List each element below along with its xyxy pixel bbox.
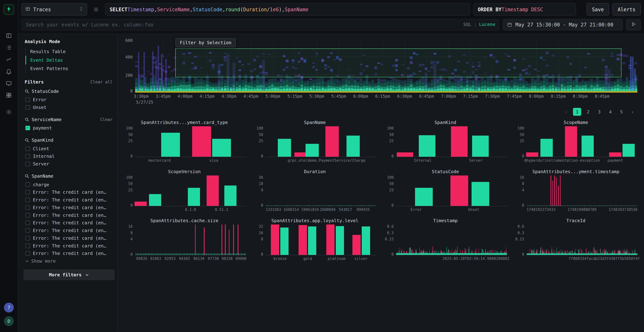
pagination-page-1[interactable]: 1	[573, 108, 581, 116]
filter-option-internal[interactable]: Internal	[25, 152, 114, 160]
clear-all-filters-button[interactable]: Clear all	[90, 80, 114, 84]
pagination-next[interactable]: ›	[628, 108, 637, 116]
chart-plot[interactable]	[396, 225, 507, 255]
checkbox[interactable]	[26, 198, 30, 202]
filter-option-unset[interactable]: Unset	[25, 104, 114, 111]
filter-group-name[interactable]: ServiceName	[32, 117, 98, 122]
analysis-mode-event-deltas[interactable]: Event Deltas	[26, 56, 114, 64]
checkbox[interactable]	[26, 220, 30, 225]
run-query-button[interactable]	[626, 19, 641, 30]
source-settings-gear-icon[interactable]	[90, 3, 102, 16]
chart-plot[interactable]	[266, 127, 376, 157]
checkbox[interactable]	[26, 244, 30, 248]
mini-chart-scopename[interactable]: ScopeName02550100@hyperdx/instrumentatio…	[514, 120, 638, 162]
filter-option-client[interactable]: Client	[25, 145, 114, 152]
settings-gear-icon[interactable]	[3, 107, 14, 118]
chart-plot[interactable]	[527, 176, 638, 206]
filter-option-error-the-credit-card-end[interactable]: Error: The credit card (end…	[25, 196, 114, 204]
filter-option-error[interactable]: Error	[25, 96, 114, 104]
monitor-icon[interactable]	[3, 78, 14, 89]
filter-by-selection-button[interactable]: Filter by Selection	[175, 38, 236, 47]
mini-chart-timestamp[interactable]: Timestamp00.150.30.62025-05-28T03:59:14.…	[384, 218, 507, 260]
mini-chart-spanattributes-cache-size[interactable]: SpanAttributes.cache.size048168983591063…	[123, 218, 246, 260]
sql-language-option[interactable]: SQL	[463, 22, 471, 27]
help-button[interactable]: ?	[4, 303, 14, 312]
checkbox[interactable]	[26, 105, 30, 110]
mini-chart-statuscode[interactable]: StatusCode02550100ErrorUnset	[384, 169, 507, 211]
chart-plot[interactable]	[396, 176, 507, 206]
checkbox[interactable]	[26, 126, 30, 130]
filter-option-error-the-credit-card-end[interactable]: Error: The credit card (end…	[25, 212, 114, 219]
chart-plot[interactable]	[135, 225, 246, 255]
checkbox[interactable]	[26, 162, 30, 166]
time-selection-rect[interactable]	[175, 48, 622, 77]
search-icon[interactable]	[25, 89, 29, 94]
chart-icon[interactable]	[3, 54, 14, 65]
filter-option-payment[interactable]: payment	[25, 124, 114, 132]
source-select[interactable]: Traces	[21, 3, 87, 16]
mini-chart-scopeversion[interactable]: ScopeVersion025501000.1.00.51.1	[123, 169, 246, 211]
chart-plot[interactable]	[396, 127, 507, 157]
checkbox[interactable]	[26, 190, 30, 194]
filter-option-charge[interactable]: charge	[25, 181, 114, 188]
chart-plot[interactable]	[135, 127, 246, 157]
sql-select-editor[interactable]: SELECT Timestamp,ServiceName,StatusCode,…	[105, 3, 470, 16]
bell-icon[interactable]	[3, 66, 14, 77]
pagination-page-3[interactable]: 3	[595, 108, 604, 116]
mini-chart-traceid[interactable]: TraceId00.150.30.6ff860334facdb23d3f430f…	[514, 218, 638, 260]
chart-plot[interactable]	[527, 127, 638, 157]
checkbox[interactable]	[26, 251, 30, 256]
pagination-page-2[interactable]: 2	[584, 108, 592, 116]
mini-chart-spankind[interactable]: SpanKind02550100InternalServer	[384, 120, 507, 162]
search-input[interactable]	[21, 19, 500, 30]
alerts-button[interactable]: Alerts	[612, 3, 641, 16]
checkbox[interactable]	[26, 98, 30, 102]
search-icon[interactable]	[25, 174, 29, 178]
filter-option-error-the-credit-card-end[interactable]: Error: The credit card (end…	[25, 242, 114, 250]
logs-list-icon[interactable]	[3, 42, 14, 53]
filter-option-error-the-credit-card-end[interactable]: Error: The credit card (end…	[25, 234, 114, 242]
checkbox[interactable]	[26, 236, 30, 240]
search-icon[interactable]	[25, 138, 29, 142]
filter-group-name[interactable]: SpanKind	[32, 138, 114, 143]
sql-orderby-editor[interactable]: ORDER BY Timestamp DESC	[473, 3, 576, 16]
checkbox[interactable]	[26, 228, 30, 233]
mini-chart-spanname[interactable]: SpanName02550100grpc.oteldemo.PaymentSer…	[253, 120, 376, 162]
pagination-page-5[interactable]: 5	[617, 108, 626, 116]
histogram-plot[interactable]: Filter by Selection	[135, 38, 638, 93]
filter-option-error-the-credit-card-end[interactable]: Error: The credit card (end…	[25, 219, 114, 227]
chart-plot[interactable]	[266, 176, 376, 206]
pagination-page-4[interactable]: 4	[606, 108, 614, 116]
mini-chart-duration[interactable]: Duration09183613333631698314199618342600…	[253, 169, 376, 211]
filter-option-server[interactable]: Server	[25, 160, 114, 168]
filter-option-error-the-credit-card-end[interactable]: Error: The credit card (end…	[25, 227, 114, 234]
checkbox[interactable]	[26, 154, 30, 158]
checkbox[interactable]	[26, 213, 30, 217]
analysis-mode-results-table[interactable]: Results Table	[26, 48, 114, 56]
filter-group-name[interactable]: StatusCode	[32, 89, 114, 94]
filter-option-error-the-credit-card-end[interactable]: Error: The credit card (end…	[25, 204, 114, 212]
filter-option-error-the-credit-card-end[interactable]: Error: The credit card (end…	[25, 188, 114, 196]
mini-chart-spanattributes-yment-card-type[interactable]: SpanAttributes...yment.card_type02550100…	[123, 120, 246, 162]
chart-plot[interactable]	[266, 225, 376, 255]
mini-chart-spanattributes-app-loyalty-level[interactable]: SpanAttributes.app.loyalty.level081632br…	[253, 218, 376, 260]
search-icon[interactable]	[25, 117, 29, 122]
services-grid-icon[interactable]	[3, 90, 14, 101]
app-logo[interactable]	[4, 4, 14, 15]
date-range-picker[interactable]: May 27 15:30:00 - May 27 21:00:00	[503, 19, 622, 30]
save-button[interactable]: Save	[586, 3, 609, 16]
filter-option-error-the-credit-card-end[interactable]: Error: The credit card (end…	[25, 250, 114, 257]
clear-filter-button[interactable]: Clear	[100, 117, 114, 122]
checkbox[interactable]	[26, 146, 30, 151]
lucene-language-option[interactable]: Lucene	[479, 22, 495, 27]
chart-plot[interactable]	[527, 225, 638, 255]
filter-group-name[interactable]: SpanName	[32, 174, 114, 179]
checkbox[interactable]	[26, 205, 30, 210]
user-avatar[interactable]: D	[4, 316, 14, 326]
pagination-prev[interactable]: ‹	[562, 108, 570, 116]
more-filters-button[interactable]: More filters	[24, 270, 115, 280]
checkbox[interactable]	[26, 182, 30, 187]
show-more-button[interactable]: Show more	[25, 257, 114, 264]
panels-icon[interactable]	[3, 30, 14, 41]
chart-plot[interactable]	[135, 176, 246, 206]
